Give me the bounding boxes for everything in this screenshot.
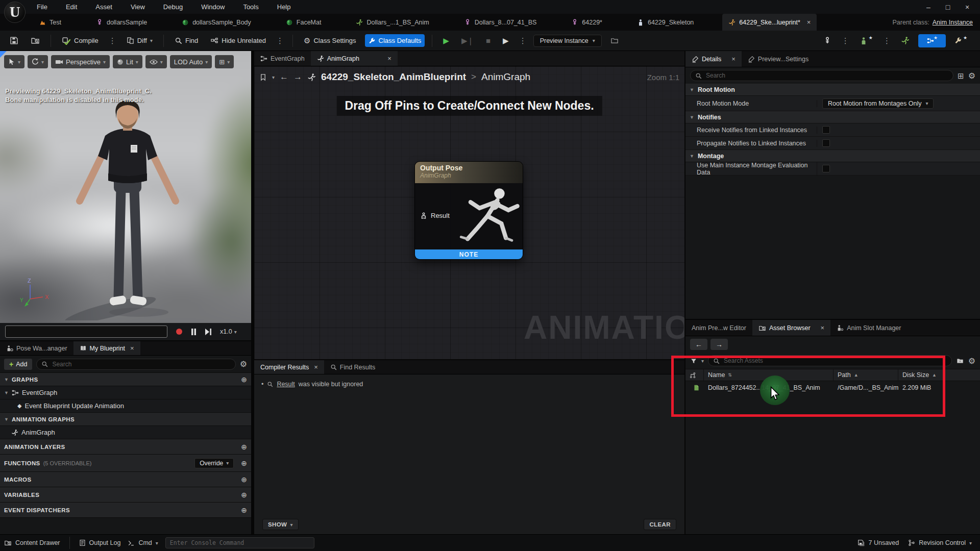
show-filter-button[interactable]: SHOW ▾ [262,519,299,530]
playback-speed-dropdown[interactable]: x1.0 ▾ [220,328,237,335]
event-dispatchers-section-header[interactable]: EVENT DISPATCHERS ⊕ [0,503,251,518]
stop-button[interactable]: ■ [482,34,494,47]
add-macro-button[interactable]: ⊕ [241,475,247,484]
debug-filter-button[interactable] [607,34,622,47]
viewport-lit-dropdown[interactable]: Lit ▾ [113,55,142,68]
add-animation-layer-button[interactable]: ⊕ [241,443,247,451]
close-icon[interactable]: × [130,344,134,352]
preview-filter-input[interactable] [5,325,167,338]
tab-anim-graph-doc[interactable]: AnimGraph × [311,51,398,66]
clear-button[interactable]: CLEAR [644,519,676,530]
gear-icon[interactable]: ⚙ [240,359,247,369]
step-forward-button[interactable] [205,329,212,335]
pause-button[interactable] [191,329,197,335]
macros-section-header[interactable]: MACROS ⊕ [0,472,251,487]
tab-64229-anim-blueprint[interactable]: 64229_Ske...lueprint* × [722,14,817,31]
record-button[interactable] [176,328,183,335]
notifies-section[interactable]: ▼ Notifies [685,111,980,123]
unsaved-changes-button[interactable]: 7 Unsaved [857,539,899,546]
tab-dollars-sample-body[interactable]: dollarsSample_Body [176,14,257,31]
compile-options-kebab[interactable]: ⋮ [107,36,118,45]
tab-test[interactable]: Test [33,14,67,31]
viewport-perspective-dropdown[interactable]: Perspective ▾ [51,55,110,68]
parent-class-link[interactable]: Anim Instance [933,19,973,26]
hide-unrelated-button[interactable]: Hide Unrelated [207,34,270,47]
tab-details[interactable]: Details × [685,51,742,67]
output-pose-node[interactable]: Output Pose AnimGraph Result [414,161,523,260]
message-result-link[interactable]: Result [277,381,295,388]
back-button[interactable]: ← [280,72,288,82]
preview-instance-dropdown[interactable]: Preview Instance ▾ [533,35,602,47]
revision-control-dropdown[interactable]: Revision Control ▾ [908,539,972,546]
montage-section[interactable]: ▼ Montage [685,150,980,162]
mesh-shortcut-button[interactable]: ★ [856,34,876,47]
search-input[interactable] [705,71,948,80]
close-button[interactable]: × [960,2,975,13]
save-button[interactable] [6,34,22,47]
override-dropdown[interactable]: Override ▾ [194,458,234,468]
tab-anim-preview-editor[interactable]: Anim Pre...w Editor [685,320,752,336]
event-graph-row[interactable]: ▼ EventGraph [0,386,251,399]
details-search[interactable] [690,70,953,81]
bookmark-icon[interactable] [259,73,267,81]
content-drawer-button[interactable]: Content Drawer [4,539,60,546]
preview-viewport[interactable]: ▾ ▾ Perspective ▾ Lit ▾ ▾ LOD Auto [0,51,252,323]
skeleton-shortcut-button[interactable] [820,34,835,47]
tab-64229-skeleton[interactable]: 64229_Skeleton [631,14,700,31]
add-button[interactable]: + Add [4,359,32,370]
find-button[interactable]: Find [171,34,202,47]
node-note-badge[interactable]: NOTE [415,249,523,259]
tab-64229[interactable]: 64229* [565,14,608,31]
gear-icon[interactable]: ⚙ [968,71,975,81]
add-graph-button[interactable]: ⊕ [241,375,247,384]
menu-view[interactable]: View [131,3,145,11]
tab-dollars-bs[interactable]: Dollars_8...07_41_BS [458,14,543,31]
propagate-notifies-checkbox[interactable] [822,139,830,147]
menu-debug[interactable]: Debug [163,3,183,11]
skeleton-shortcut-kebab[interactable]: ⋮ [840,36,851,45]
tab-find-results[interactable]: Find Results [324,360,381,374]
close-icon[interactable]: × [387,55,391,62]
tab-dollars-sample[interactable]: dollarsSample [90,14,153,31]
step-forward-button[interactable]: ▶❘ [458,34,477,47]
my-blueprint-search[interactable] [36,359,235,370]
use-main-instance-checkbox[interactable] [822,165,830,172]
output-log-button[interactable]: Output Log [79,539,121,546]
display-options-icon[interactable]: ⊞ [958,72,964,80]
unreal-logo-icon[interactable]: U [4,2,26,23]
close-icon[interactable]: × [314,363,318,371]
folder-icon[interactable] [956,357,964,364]
viewport-lod-dropdown[interactable]: LOD Auto ▾ [170,55,212,68]
play-button[interactable]: ▶ [439,34,453,47]
class-defaults-button[interactable]: Class Defaults [365,34,425,47]
menu-file[interactable]: File [37,3,47,11]
receive-notifies-checkbox[interactable] [822,126,830,134]
forward-button[interactable]: → [710,339,728,350]
close-icon[interactable]: × [821,324,825,332]
search-input[interactable] [51,360,230,368]
tab-facemat[interactable]: FaceMat [280,14,328,31]
animation-shortcut-button[interactable] [897,34,913,47]
anim-graph-editor[interactable]: EventGraph AnimGraph × ▾ ← → 64229_Skele… [254,51,684,359]
breadcrumb-blueprint[interactable]: 64229_Skeleton_AnimBlueprint [321,71,466,83]
menu-help[interactable]: Help [277,3,291,11]
browse-asset-button[interactable] [27,34,43,47]
tab-dollars-bs-anim[interactable]: Dollars_...1_BS_Anim [350,14,435,31]
tab-pose-watch-manager[interactable]: Pose Wa...anager [0,341,74,355]
tab-compiler-results[interactable]: Compiler Results × [254,360,324,374]
result-pin[interactable]: Result [420,212,450,219]
root-motion-section[interactable]: ▼ Root Motion [685,84,980,96]
anim-graph-row[interactable]: AnimGraph [0,426,251,439]
compile-button[interactable]: Compile [58,34,102,48]
console-command-input[interactable] [165,537,314,548]
menu-window[interactable]: Window [201,3,225,11]
tab-asset-browser[interactable]: Asset Browser × [752,320,830,336]
tab-preview-scene-settings[interactable]: Preview...Settings [742,51,815,67]
gear-icon[interactable]: ⚙ [968,356,975,366]
root-motion-mode-dropdown[interactable]: Root Motion from Montages Only ▾ [822,98,934,109]
bookmark-chevron[interactable]: ▾ [272,74,275,80]
variables-section-header[interactable]: VARIABLES ⊕ [0,487,251,503]
add-variable-button[interactable]: ⊕ [241,491,247,499]
class-settings-button[interactable]: ⚙ Class Settings [300,34,360,47]
viewport-grid-dropdown[interactable]: ⊞ ▾ [215,55,234,68]
